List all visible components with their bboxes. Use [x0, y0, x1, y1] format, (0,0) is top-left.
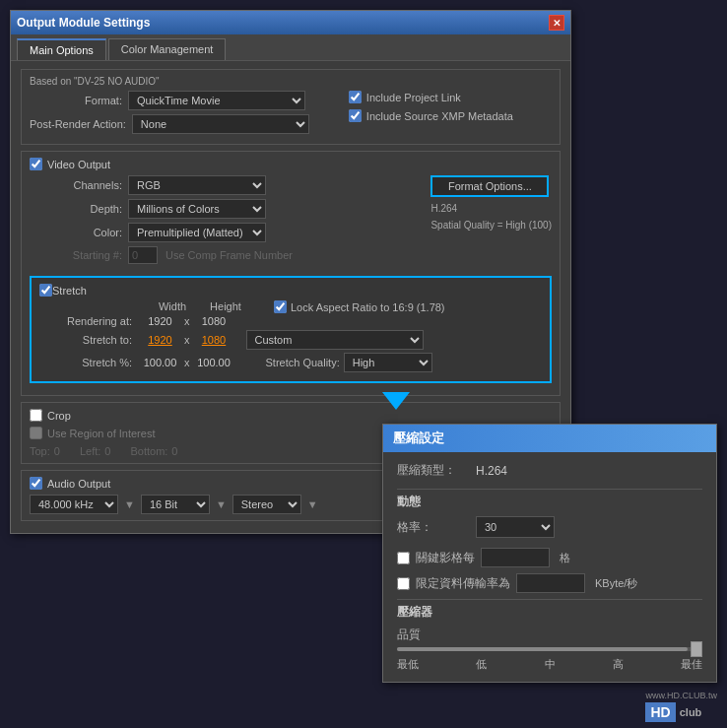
color-row: Color: Premultiplied (Matted) — [30, 223, 421, 242]
compress-type-row: 壓縮類型： H.264 — [397, 462, 702, 479]
audio-output-checkbox[interactable] — [30, 477, 42, 490]
audio-output-label: Audio Output — [47, 478, 110, 490]
limit-rate-input[interactable] — [516, 573, 585, 593]
quality-slider-fill — [397, 647, 688, 651]
post-render-select[interactable]: None — [132, 114, 309, 134]
video-left: Channels: RGB Depth: Millions of Colors — [30, 175, 421, 268]
quality-slider-thumb[interactable] — [691, 641, 702, 657]
top-label: Top: — [30, 445, 50, 457]
depth-row: Depth: Millions of Colors — [30, 199, 421, 219]
stretch-label: Stretch — [52, 285, 87, 297]
quality-label-1: 低 — [476, 657, 487, 672]
video-output-checkbox[interactable] — [30, 158, 42, 170]
lock-aspect-row: Lock Aspect Ratio to 16:9 (1.78) — [274, 300, 445, 313]
format-info-line2: Spatial Quality = High (100) — [430, 220, 552, 231]
bottom-value: 0 — [171, 445, 177, 457]
watermark-logo: HD club — [645, 702, 717, 722]
crop-checkbox[interactable] — [30, 409, 42, 422]
video-output-label: Video Output — [47, 159, 110, 170]
format-options-button[interactable]: Format Options... — [430, 175, 549, 197]
quality-label: 品質 — [397, 627, 702, 643]
limit-rate-row: 限定資料傳輸率為 KByte/秒 — [397, 573, 702, 593]
compress-dialog: 壓縮設定 壓縮類型： H.264 動態 格率： 30 關鍵影格每 格 限 — [382, 424, 717, 683]
stretch-quality-select[interactable]: High — [344, 353, 432, 372]
format-label: Format: — [30, 95, 128, 106]
rendering-row: Rendering at: 1920 x 1080 — [39, 315, 542, 327]
top-value: 0 — [54, 445, 60, 457]
stretch-to-row: Stretch to: 1920 x 1080 Custom — [39, 330, 542, 350]
stretch-right: Custom — [246, 330, 424, 350]
limit-rate-checkbox[interactable] — [397, 577, 410, 590]
stretch-to-width[interactable]: 1920 — [138, 334, 182, 346]
quality-label-2: 中 — [545, 657, 556, 672]
include-project-link-row: Include Project Link — [349, 91, 513, 103]
chevron-down-icon-2: ▼ — [216, 498, 227, 510]
watermark: www.HD.CLUB.tw HD club — [645, 691, 717, 722]
stretch-to-height[interactable]: 1080 — [192, 334, 236, 346]
stretch-section: Stretch Width Height Lock Aspect Ratio t… — [30, 276, 552, 383]
lock-aspect-label: Lock Aspect Ratio to 16:9 (1.78) — [291, 301, 445, 313]
color-label: Color: — [30, 227, 128, 238]
include-project-link-checkbox[interactable] — [349, 91, 362, 103]
logo-club-text: club — [680, 706, 702, 718]
color-select[interactable]: Premultiplied (Matted) — [128, 223, 266, 242]
compressor-section-title: 壓縮器 — [397, 604, 702, 621]
quality-label-3: 高 — [613, 657, 624, 672]
include-source-xmp-row: Include Source XMP Metadata — [349, 109, 513, 122]
lock-aspect-checkbox[interactable] — [274, 300, 287, 313]
quality-slider-container — [397, 647, 702, 651]
stretch-preset-select[interactable]: Custom — [246, 330, 424, 350]
video-right: Format Options... H.264 Spatial Quality … — [430, 175, 552, 268]
bit-depth-select[interactable]: 16 Bit — [141, 495, 210, 514]
quality-label-0: 最低 — [397, 657, 419, 672]
video-output-header: Video Output — [30, 158, 552, 170]
format-select[interactable]: QuickTime Movie — [128, 91, 305, 110]
rendering-label: Rendering at: — [39, 315, 138, 327]
video-output-inner: Channels: RGB Depth: Millions of Colors — [30, 175, 552, 268]
compress-type-value: H.264 — [476, 464, 507, 478]
tab-color-management[interactable]: Color Management — [108, 38, 227, 60]
stretch-pct-height: 100.00 — [192, 357, 236, 368]
stretch-pct-width: 100.00 — [138, 357, 182, 368]
logo-hd-text: HD — [645, 702, 675, 722]
depth-label: Depth: — [30, 203, 128, 215]
channels-row: Channels: RGB — [30, 175, 421, 195]
quality-slider-track — [397, 647, 702, 651]
limit-rate-label: 限定資料傳輸率為 — [416, 575, 510, 592]
sample-rate-select[interactable]: 48.000 kHz — [30, 495, 118, 514]
channels-select[interactable]: RGB — [128, 175, 266, 195]
starting-label: Starting #: — [30, 249, 128, 261]
bottom-label: Bottom: — [130, 445, 167, 457]
dialog-titlebar: Output Module Settings ✕ — [11, 11, 570, 34]
left-value: 0 — [104, 445, 110, 457]
fps-label: 格率： — [397, 519, 476, 536]
limit-rate-unit: KByte/秒 — [595, 576, 637, 591]
stretch-pct-label: Stretch %: — [39, 357, 138, 368]
post-render-label: Post-Render Action: — [30, 118, 132, 130]
motion-section-title: 動態 — [397, 494, 702, 510]
quality-labels: 最低 低 中 高 最佳 — [397, 657, 702, 672]
use-region-row: Use Region of Interest — [30, 427, 155, 439]
rendering-width: 1920 — [138, 315, 182, 327]
keyframe-checkbox[interactable] — [397, 552, 410, 564]
channels-audio-select[interactable]: Stereo — [232, 495, 301, 514]
keyframe-label: 關鍵影格每 — [416, 550, 475, 566]
fps-select[interactable]: 30 — [476, 516, 555, 538]
format-row: Format: QuickTime Movie — [30, 91, 309, 110]
depth-select[interactable]: Millions of Colors — [128, 199, 266, 219]
height-header: Height — [201, 300, 250, 313]
include-source-xmp-checkbox[interactable] — [349, 109, 362, 122]
compress-dialog-body: 壓縮類型： H.264 動態 格率： 30 關鍵影格每 格 限定資料傳輸率為 K… — [383, 452, 716, 682]
starting-input[interactable] — [128, 246, 158, 264]
chevron-down-icon-3: ▼ — [307, 498, 318, 510]
stretch-checkbox[interactable] — [39, 284, 52, 297]
quality-section: 品質 最低 低 中 高 最佳 — [397, 627, 702, 672]
use-region-checkbox — [30, 427, 42, 439]
keyframe-input[interactable] — [481, 548, 550, 567]
starting-row: Starting #: Use Comp Frame Number — [30, 246, 421, 264]
close-button[interactable]: ✕ — [549, 15, 564, 31]
based-on-section: Based on "DV-25 NO AUDIO" Format: QuickT… — [21, 69, 561, 145]
width-header: Width — [148, 300, 197, 313]
left-label: Left: — [80, 445, 100, 457]
tab-main-options[interactable]: Main Options — [17, 38, 106, 60]
